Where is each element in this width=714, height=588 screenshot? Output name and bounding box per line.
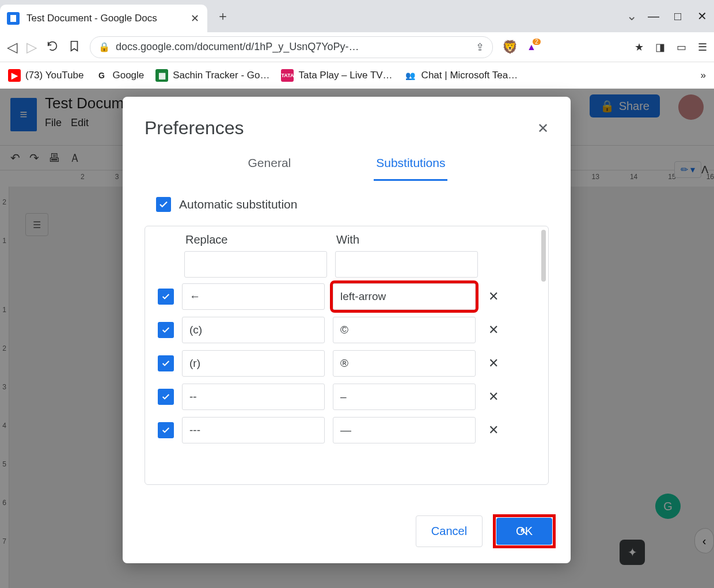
bookmark-icon[interactable] [68, 40, 81, 55]
cancel-button[interactable]: Cancel [416, 515, 483, 547]
table-row: ✕ [152, 384, 539, 410]
replace-input[interactable] [182, 417, 325, 443]
browser-tab-strip: Test Document - Google Docs ✕ ＋ ⌄ — □ ✕ [0, 0, 714, 32]
bookmark-label: (73) YouTube [25, 70, 83, 81]
dialog-tabs: General Substitutions [123, 153, 571, 181]
table-row: ✕ [152, 283, 539, 310]
delete-row-icon[interactable]: ✕ [488, 289, 499, 304]
forward-button: ▷ [26, 39, 37, 55]
sidepanel-icon[interactable]: ◨ [655, 41, 665, 54]
auto-substitution-checkbox[interactable] [156, 197, 171, 212]
new-replace-input[interactable] [184, 251, 327, 278]
share-icon[interactable]: ⇪ [476, 41, 484, 54]
delete-row-icon[interactable]: ✕ [488, 423, 499, 438]
bookmark-label: Tata Play – Live TV… [298, 70, 392, 81]
bookmark-label: Google [112, 70, 144, 81]
toolbar-right: ★ ◨ ▭ ☰ [635, 41, 707, 54]
bookmark-youtube[interactable]: ▶(73) YouTube [8, 69, 83, 82]
google-icon: G [95, 69, 108, 82]
delete-row-icon[interactable]: ✕ [488, 323, 499, 337]
scrollbar-thumb[interactable] [541, 230, 546, 282]
preferences-dialog: Preferences ✕ General Substitutions Auto… [123, 97, 571, 563]
maximize-icon[interactable]: □ [666, 10, 690, 23]
tata-icon: TATA [281, 69, 294, 82]
replace-input[interactable] [182, 317, 325, 343]
brave-icon[interactable]: 🦁 [502, 40, 518, 55]
bookmark-teams[interactable]: 👥Chat | Microsoft Tea… [404, 69, 518, 82]
row-checkbox[interactable] [158, 389, 174, 405]
table-row: ✕ [152, 317, 539, 343]
url-bar[interactable]: 🔒 docs.google.com/document/d/1hP_y_UsnQ7… [90, 36, 493, 58]
sheets-icon: ▦ [155, 69, 168, 82]
dialog-close-icon[interactable]: ✕ [537, 120, 549, 136]
back-button[interactable]: ◁ [7, 39, 17, 55]
row-checkbox[interactable] [158, 322, 174, 338]
tab-general[interactable]: General [246, 153, 294, 181]
row-checkbox[interactable] [158, 355, 174, 371]
replace-input[interactable] [182, 283, 325, 310]
bookmark-label: Chat | Microsoft Tea… [421, 70, 518, 81]
tab-title: Test Document - Google Docs [26, 13, 191, 24]
with-input[interactable] [333, 350, 476, 377]
close-window-icon[interactable]: ✕ [690, 9, 714, 23]
bookmark-google[interactable]: GGoogle [95, 69, 144, 82]
bookmark-label: Sachin Tracker - Go… [173, 70, 269, 81]
youtube-icon: ▶ [8, 69, 21, 82]
with-input[interactable] [333, 317, 476, 343]
bookmark-overflow-icon[interactable]: » [701, 70, 706, 81]
substitution-table: Replace With ✕✕✕✕✕ [145, 226, 549, 485]
with-input[interactable] [333, 384, 476, 410]
browser-toolbar: ◁ ▷ 🔒 docs.google.com/document/d/1hP_y_U… [0, 32, 714, 62]
minimize-icon[interactable]: — [641, 10, 666, 23]
teams-icon: 👥 [404, 69, 417, 82]
bookmark-bar: ▶(73) YouTube GGoogle ▦Sachin Tracker - … [0, 62, 714, 89]
bookmark-tata[interactable]: TATATata Play – Live TV… [281, 69, 392, 82]
dialog-title: Preferences [145, 117, 244, 139]
reload-button[interactable] [46, 40, 59, 55]
bookmark-sheets[interactable]: ▦Sachin Tracker - Go… [155, 69, 269, 82]
row-checkbox[interactable] [158, 289, 174, 305]
brave-rewards-icon[interactable]: ▲2 [527, 42, 536, 52]
new-with-input[interactable] [335, 251, 478, 278]
search-tabs-icon[interactable]: ⌄ [626, 9, 637, 24]
new-tab-button[interactable]: ＋ [217, 7, 229, 25]
wallet-icon[interactable]: ▭ [677, 41, 686, 54]
table-row: ✕ [152, 350, 539, 377]
menu-icon[interactable]: ☰ [698, 41, 707, 54]
extensions-icon[interactable]: ★ [635, 41, 644, 54]
table-row: ✕ [152, 417, 539, 443]
header-with: With [336, 233, 479, 246]
tab-close-icon[interactable]: ✕ [191, 12, 199, 25]
replace-input[interactable] [182, 384, 325, 410]
replace-input[interactable] [182, 350, 325, 377]
ok-button[interactable]: OK ↖ [496, 518, 552, 545]
auto-substitution-label: Automatic substitution [179, 198, 297, 211]
with-input[interactable] [333, 283, 476, 310]
tab-substitutions[interactable]: Substitutions [374, 153, 447, 181]
row-checkbox[interactable] [158, 422, 174, 438]
docs-favicon-icon [7, 12, 20, 25]
url-text: docs.google.com/document/d/1hP_y_UsnQ7Yo… [116, 41, 470, 53]
delete-row-icon[interactable]: ✕ [488, 389, 499, 404]
header-replace: Replace [185, 233, 328, 246]
browser-tab[interactable]: Test Document - Google Docs ✕ [0, 5, 207, 32]
cursor-icon: ↖ [519, 525, 529, 538]
lock-icon: 🔒 [98, 41, 110, 52]
with-input[interactable] [333, 417, 476, 443]
delete-row-icon[interactable]: ✕ [488, 356, 499, 371]
rewards-badge: 2 [533, 39, 541, 45]
